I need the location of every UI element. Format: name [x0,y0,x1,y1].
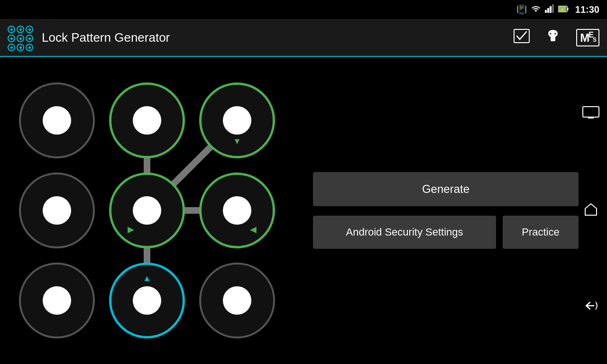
svg-rect-18 [588,117,594,118]
node-inner-3 [43,196,71,225]
svg-rect-17 [583,107,599,117]
svg-rect-1 [547,8,549,13]
app-icon-dot [26,35,33,42]
pattern-node-1[interactable] [109,82,185,158]
node-inner-6 [43,286,71,315]
node-inner-7 [133,286,161,315]
svg-point-11 [550,33,552,34]
back-nav-icon[interactable] [582,300,599,315]
signal-icon [545,4,554,15]
wifi-icon [531,4,541,15]
svg-rect-2 [550,6,552,13]
node-inner-8 [223,286,251,315]
app-icon-dot [26,44,33,51]
app-title: Lock Pattern Generator [42,30,498,45]
vibrate-icon: 📳 [516,4,527,15]
battery-icon: ⚡ [558,5,569,15]
node-inner-2 [223,106,251,135]
pattern-node-3[interactable] [19,173,95,248]
app-icon [8,26,36,49]
pattern-node-0[interactable] [19,82,95,158]
main-content: ▼ ▶ ◀ ▲ [0,57,607,364]
app-icon-dot [17,26,24,33]
android-help-icon[interactable] [545,28,561,47]
nav-bar [575,57,607,364]
pattern-node-6[interactable] [19,263,95,338]
generate-button[interactable]: Generate [313,172,579,206]
node-inner-4 [133,196,161,225]
svg-rect-5 [567,8,568,10]
app-icon-dot [17,44,24,51]
svg-point-12 [555,33,556,34]
node-inner-0 [43,106,71,135]
menu-ms-icon[interactable]: MES [576,29,599,46]
buttons-area: Generate Android Security Settings Pract… [294,57,607,364]
app-icon-dot [8,35,15,42]
pattern-node-4[interactable]: ▶ [109,173,185,248]
arrow-up-icon: ▲ [143,273,151,283]
home-nav-icon[interactable] [584,202,598,219]
pattern-node-2[interactable]: ▼ [199,82,275,158]
svg-text:⚡: ⚡ [560,7,565,12]
svg-rect-3 [552,4,554,13]
checkmark-icon[interactable] [514,29,530,46]
svg-rect-0 [545,10,547,13]
app-bar: Lock Pattern Generator MES [0,19,607,57]
bottom-buttons: Android Security Settings Practice [313,216,579,249]
app-icon-dot [17,35,24,42]
app-icon-dot [8,44,15,51]
app-icon-dot [26,26,33,33]
svg-rect-10 [551,36,555,41]
pattern-node-7[interactable]: ▲ [109,263,185,338]
screen-nav-icon[interactable] [582,106,599,122]
arrow-down-icon: ▼ [233,136,241,146]
arrow-leftdown-icon: ◀ [250,224,257,235]
pattern-node-8[interactable] [199,263,275,338]
status-bar: 📳 ⚡ 11:30 [0,0,607,19]
node-inner-1 [133,106,161,135]
app-icon-dot [8,26,15,33]
pattern-grid: ▼ ▶ ◀ ▲ [19,82,275,338]
pattern-node-5[interactable]: ◀ [199,173,275,248]
arrow-rightdown-icon: ▶ [128,224,134,235]
android-security-button[interactable]: Android Security Settings [313,216,496,249]
status-time: 11:30 [575,4,599,15]
pattern-area: ▼ ▶ ◀ ▲ [0,57,294,364]
practice-button[interactable]: Practice [503,216,579,249]
node-inner-5 [223,196,251,225]
